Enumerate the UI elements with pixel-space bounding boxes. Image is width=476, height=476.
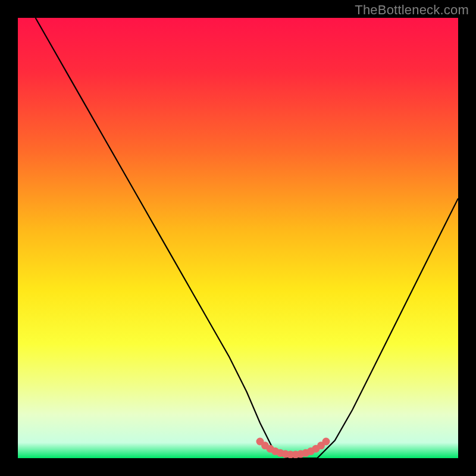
chart-frame: TheBottleneck.com — [0, 0, 476, 476]
watermark-text: TheBottleneck.com — [355, 2, 469, 18]
gradient-background — [18, 18, 458, 458]
optimal-marker-dot — [322, 438, 330, 446]
bottleneck-chart — [18, 18, 458, 458]
